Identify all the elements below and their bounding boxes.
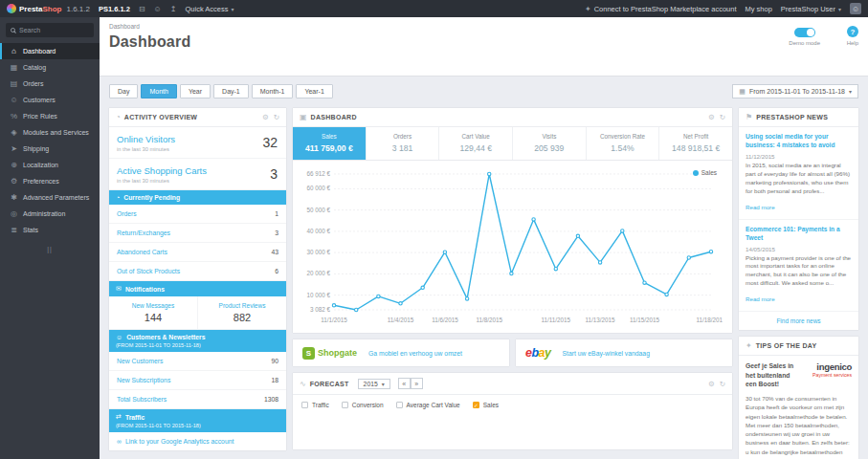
new-subscriptions-link[interactable]: New Subscriptions: [117, 377, 170, 383]
sidebar-item-preferences[interactable]: ⚙Preferences: [0, 173, 100, 189]
toggle-switch[interactable]: [794, 28, 815, 37]
returns-row: Return/Exchanges 3: [109, 224, 286, 243]
user-menu-label: PrestaShop User: [781, 5, 835, 13]
checkbox-icon: [396, 402, 403, 408]
sidebar-item-dashboard[interactable]: ⌂Dashboard: [0, 43, 100, 59]
sales-line-chart: 3 082 €10 000 €20 000 €30 000 €40 000 €5…: [299, 164, 723, 327]
sidebar-item-label: Shipping: [23, 145, 49, 152]
news-title-link[interactable]: Using social media for your business: 4 …: [746, 133, 852, 150]
gear-icon[interactable]: ⚙: [708, 380, 715, 388]
prestashop-logo[interactable]: PrestaShop 1.6.1.2: [7, 4, 90, 13]
legend-label: Traffic: [312, 402, 329, 408]
sidebar-search[interactable]: [6, 23, 94, 37]
product-reviews-cell[interactable]: Product Reviews 882: [198, 296, 286, 329]
tips-of-the-day-panel: ✦ TIPS OF THE DAY Geef je Sales in het b…: [739, 337, 858, 459]
shop-name[interactable]: PS1.6.1.2: [99, 5, 130, 13]
svg-text:3 082 €: 3 082 €: [310, 306, 331, 313]
cart-icon[interactable]: ⊟: [139, 5, 145, 13]
kpi-visits[interactable]: Visits 205 939: [513, 127, 587, 160]
stats-icon: ≣: [10, 226, 18, 234]
ebay-promo-card[interactable]: ebay Start uw eBay-winkel vandaag: [516, 339, 732, 366]
kpi-sales[interactable]: Sales 411 759,00 €: [293, 127, 367, 160]
forecast-next-button[interactable]: »: [411, 378, 423, 389]
new-customers-link[interactable]: New Customers: [117, 358, 163, 364]
find-more-news-link[interactable]: Find more news: [739, 312, 858, 330]
sidebar-item-customers[interactable]: ☺Customers: [0, 92, 100, 108]
read-more-link[interactable]: Read more: [746, 295, 775, 302]
legend-label: Sales: [483, 402, 499, 408]
quick-access-menu[interactable]: Quick Access ▾: [185, 5, 234, 13]
ebay-link[interactable]: Start uw eBay-winkel vandaag: [563, 350, 650, 357]
shopgate-link[interactable]: Ga mobiel en verhoog uw omzet: [368, 350, 462, 357]
user-menu[interactable]: PrestaShop User ▾: [781, 5, 841, 13]
range-year-1-button[interactable]: Year-1: [296, 84, 332, 98]
abandoned-carts-link[interactable]: Abandoned Carts: [117, 249, 167, 255]
chart-legend-sales[interactable]: Sales: [693, 169, 717, 176]
sidebar-item-modules[interactable]: ◈Modules and Services: [0, 124, 100, 141]
sidebar-item-label: Advanced Parameters: [23, 194, 89, 201]
gear-icon[interactable]: ⚙: [708, 113, 715, 121]
kpi-value: 129,44 €: [441, 143, 510, 153]
sidebar-item-price-rules[interactable]: %Price Rules: [0, 108, 100, 124]
kpi-net-profit[interactable]: Net Profit 148 918,51 €: [659, 127, 732, 160]
topbar: PrestaShop 1.6.1.2 PS1.6.1.2 ⊟ ☺ ↥ Quick…: [0, 0, 868, 17]
range-month-button[interactable]: Month: [141, 84, 176, 98]
forecast-prev-button[interactable]: «: [398, 378, 411, 389]
sidebar-item-administration[interactable]: ◎Administration: [0, 206, 100, 222]
gear-icon[interactable]: ⚙: [262, 113, 269, 121]
sidebar-item-catalog[interactable]: ▦Catalog: [0, 59, 100, 76]
user-icon[interactable]: ☺: [154, 5, 162, 13]
breadcrumb[interactable]: Dashboard: [109, 23, 858, 30]
range-year-button[interactable]: Year: [180, 84, 211, 98]
my-shop-link[interactable]: My shop: [746, 5, 772, 13]
search-input[interactable]: [19, 27, 88, 33]
date-range-picker[interactable]: ▦ From 2015-11-01 To 2015-11-18 ▾: [732, 84, 858, 98]
sidebar-item-orders[interactable]: ▤Orders: [0, 76, 100, 92]
new-messages-cell[interactable]: New Messages 144: [109, 296, 198, 329]
abandoned-carts-row: Abandoned Carts 43: [109, 243, 286, 262]
active-carts-link[interactable]: Active Shopping Carts: [117, 165, 278, 176]
active-carts-caption: in the last 30 minutes: [117, 178, 278, 184]
forecast-year-select[interactable]: 2015 ▾: [358, 379, 390, 389]
total-subscribers-link[interactable]: Total Subscribers: [117, 396, 167, 403]
range-month-1-button[interactable]: Month-1: [252, 84, 294, 98]
shopgate-logo: S Shopgate: [302, 347, 357, 360]
read-more-link[interactable]: Read more: [746, 204, 775, 210]
product-reviews-value: 882: [200, 312, 284, 323]
range-day-button[interactable]: Day: [109, 84, 138, 98]
brand-text: PrestaShop: [19, 5, 61, 13]
online-visitors-link[interactable]: Online Visitors: [117, 134, 278, 144]
forecast-legend-traffic[interactable]: Traffic: [301, 402, 329, 408]
returns-link[interactable]: Return/Exchanges: [117, 230, 170, 236]
kpi-cart-value[interactable]: Cart Value 129,44 €: [439, 127, 513, 160]
sidebar-item-label: Orders: [23, 80, 43, 87]
advanced-parameters-icon: ✱: [10, 193, 18, 202]
sidebar-collapse-button[interactable]: ||: [0, 246, 100, 252]
forecast-legend-average-cart-value[interactable]: Average Cart Value: [396, 402, 460, 408]
demo-mode-toggle[interactable]: Demo mode: [789, 28, 820, 46]
kpi-orders[interactable]: Orders 3 181: [367, 127, 440, 160]
kpi-conversion-rate[interactable]: Conversion Rate 1.54%: [587, 127, 660, 160]
help-button[interactable]: ? Help: [847, 26, 858, 46]
range-day-1-button[interactable]: Day-1: [213, 84, 249, 98]
forecast-legend-conversion[interactable]: Conversion: [342, 402, 384, 408]
sidebar-item-shipping[interactable]: ➤Shipping: [0, 141, 100, 157]
sidebar-item-advanced-parameters[interactable]: ✱Advanced Parameters: [0, 189, 100, 206]
shopgate-logo-icon: S: [302, 347, 315, 360]
refresh-icon[interactable]: ↻: [720, 380, 725, 388]
out-of-stock-link[interactable]: Out of Stock Products: [117, 268, 180, 274]
sidebar-item-label: Customers: [23, 97, 56, 103]
refresh-icon[interactable]: ↻: [720, 113, 725, 121]
avatar[interactable]: ☺: [850, 3, 861, 14]
upload-icon[interactable]: ↥: [170, 5, 177, 13]
google-analytics-link[interactable]: ∞ Link to your Google Analytics account: [109, 432, 286, 450]
news-title-link[interactable]: Ecommerce 101: Payments in a Tweet: [746, 226, 852, 243]
refresh-icon[interactable]: ↻: [274, 113, 279, 121]
forecast-legend-sales[interactable]: ✓ Sales: [473, 402, 499, 408]
sidebar-item-localization[interactable]: ⊕Localization: [0, 157, 100, 173]
marketplace-link[interactable]: ✦ Connect to PrestaShop Marketplace acco…: [585, 5, 737, 13]
orders-icon: ▤: [10, 79, 18, 88]
pending-orders-link[interactable]: Orders: [117, 210, 137, 217]
sidebar-item-stats[interactable]: ≣Stats: [0, 222, 100, 238]
shopgate-promo-card[interactable]: S Shopgate Ga mobiel en verhoog uw omzet: [293, 339, 509, 366]
